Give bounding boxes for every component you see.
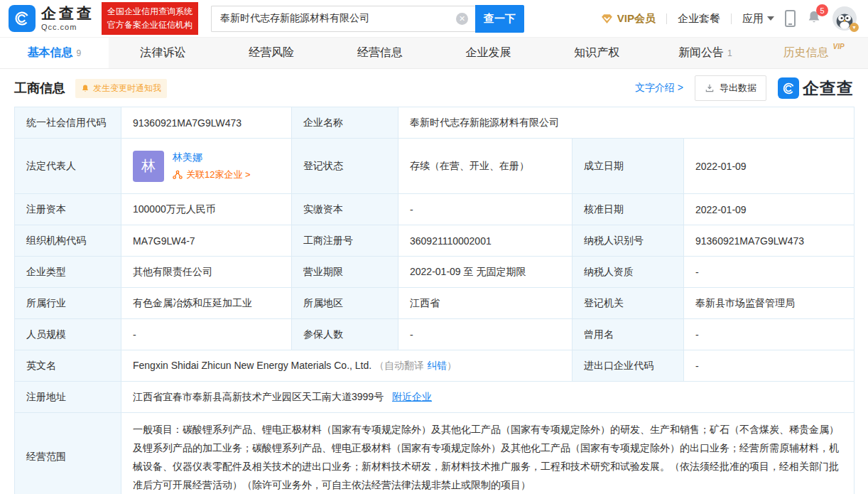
- field-value: 奉新县市场监督管理局: [684, 288, 855, 319]
- qcc-logo[interactable]: 企查查 Qcc.com: [9, 5, 94, 32]
- clear-search-icon[interactable]: ✕: [456, 13, 468, 25]
- header-divider: [666, 14, 667, 24]
- field-label: 所属行业: [15, 288, 121, 319]
- tab-label: 新闻公告: [678, 45, 724, 60]
- qcc-watermark: 企查查: [778, 77, 854, 100]
- tab-basic-info[interactable]: 基本信息 9: [0, 38, 109, 68]
- notification-count-badge: 5: [816, 4, 828, 16]
- vip-member-link[interactable]: VIP会员: [601, 12, 656, 26]
- field-label: 纳税人资质: [573, 257, 684, 288]
- field-label: 曾用名: [573, 319, 684, 350]
- related-companies-label: 关联12家企业 >: [186, 168, 251, 181]
- business-info-section-header: 工商信息 发生变更时通知我 文字介绍 > 导出数据 企查查: [0, 69, 868, 107]
- field-label: 英文名: [15, 350, 121, 382]
- field-label: 企业类型: [15, 257, 121, 288]
- field-label: 进出口企业代码: [573, 350, 684, 382]
- search-button[interactable]: 查一下: [475, 5, 524, 33]
- bell-icon: [81, 84, 89, 93]
- search-input[interactable]: [211, 6, 475, 32]
- tab-count: 1: [727, 48, 732, 58]
- field-value: 江西省: [398, 288, 573, 319]
- tab-history-info[interactable]: 历史信息 VIP: [759, 38, 868, 68]
- field-value: MA7G9LW4-7: [121, 225, 292, 257]
- header-divider: [731, 14, 732, 24]
- table-row: 注册地址 江西省宜春市奉新县高新技术产业园区天工南大道3999号 附近企业: [15, 382, 855, 413]
- enterprise-package-link[interactable]: 企业套餐: [678, 12, 720, 26]
- field-label: 注册地址: [15, 382, 121, 413]
- field-value: 存续（在营、开业、在册）: [398, 139, 573, 194]
- tab-label: 经营信息: [357, 45, 403, 60]
- user-avatar[interactable]: ▾: [832, 6, 857, 31]
- field-label: 法定代表人: [15, 139, 121, 194]
- related-companies-link[interactable]: 关联12家企业 >: [173, 168, 251, 181]
- table-row: 企业类型 其他有限责任公司 营业期限 2022-01-09 至 无固定期限 纳税…: [15, 257, 855, 288]
- vip-member-label: VIP会员: [617, 12, 656, 26]
- tab-intellectual-property[interactable]: 知识产权: [543, 38, 651, 68]
- tab-legal-litigation[interactable]: 法律诉讼: [109, 38, 217, 68]
- text-intro-link[interactable]: 文字介绍 >: [635, 82, 683, 95]
- legal-rep-avatar[interactable]: 林: [133, 151, 164, 182]
- note-paren: （: [374, 360, 384, 371]
- field-label: 统一社会信用代码: [15, 107, 121, 139]
- gov-certification-badge: 全国企业信用查询系统 官方备案企业征信机构: [102, 2, 198, 34]
- field-label: 人员规模: [15, 319, 121, 350]
- tab-label: 法律诉讼: [140, 45, 185, 60]
- mobile-app-icon[interactable]: [785, 10, 796, 27]
- address-value: 江西省宜春市奉新县高新技术产业园区天工南大道3999号: [133, 391, 384, 402]
- apps-menu[interactable]: 应用: [742, 12, 774, 26]
- tab-label: 基本信息: [28, 45, 73, 60]
- notify-on-change-badge[interactable]: 发生变更时通知我: [75, 79, 167, 98]
- business-registration-table: 统一社会信用代码 91360921MA7G9LW473 企业名称 奉新时代志存新…: [14, 107, 855, 494]
- primary-tab-bar: 基本信息 9 法律诉讼 经营风险 经营信息 企业发展 知识产权 新闻公告 1 历…: [0, 37, 868, 69]
- field-label: 参保人数: [292, 319, 398, 350]
- field-label: 核准日期: [573, 194, 684, 225]
- field-value: 江西省宜春市奉新县高新技术产业园区天工南大道3999号 附近企业: [121, 382, 855, 413]
- table-row: 人员规模 - 参保人数 - 曾用名 -: [15, 319, 855, 350]
- tab-business-risk[interactable]: 经营风险: [217, 38, 326, 68]
- logo-name: 企查查: [41, 6, 94, 21]
- avatar-vip-badge: ▾: [850, 23, 859, 32]
- enterprise-package-label: 企业套餐: [678, 12, 720, 26]
- field-value: -: [398, 194, 573, 225]
- tab-label: 企业发展: [465, 45, 511, 60]
- auto-translate-note: 自动翻译: [384, 360, 427, 371]
- field-value: -: [684, 350, 855, 382]
- qcc-logo-icon: [778, 77, 799, 99]
- field-value: 有色金属冶炼和压延加工业: [121, 288, 292, 319]
- field-value: 2022-01-09: [684, 139, 855, 194]
- notifications-bell[interactable]: 5: [806, 9, 822, 28]
- field-value: 奉新时代志存新能源材料有限公司: [398, 107, 855, 139]
- apps-label: 应用: [742, 12, 764, 26]
- tab-business-info[interactable]: 经营信息: [325, 38, 434, 68]
- business-scope-value: 一般项目：碳酸锂系列产品、锂电正极材料（国家有专项规定除外）及其他化工产品（国家…: [121, 413, 855, 494]
- field-value: 360921110002001: [398, 225, 573, 257]
- table-row: 经营范围 一般项目：碳酸锂系列产品、锂电正极材料（国家有专项规定除外）及其他化工…: [15, 413, 855, 494]
- gov-badge-line1: 全国企业信用查询系统: [107, 5, 192, 18]
- field-label: 实缴资本: [292, 194, 398, 225]
- field-label: 营业期限: [292, 257, 398, 288]
- field-value: -: [684, 319, 855, 350]
- note-paren: ）: [447, 360, 457, 371]
- tab-label: 历史信息: [783, 45, 829, 60]
- field-value: 91360921MA7G9LW473: [121, 107, 292, 139]
- table-row: 所属行业 有色金属冶炼和压延加工业 所属地区 江西省 登记机关 奉新县市场监督管…: [15, 288, 855, 319]
- tab-label: 经营风险: [249, 45, 294, 60]
- export-data-button[interactable]: 导出数据: [695, 75, 766, 101]
- field-value: 91360921MA7G9LW473: [684, 225, 855, 257]
- nearby-companies-link[interactable]: 附近企业: [392, 391, 432, 402]
- network-icon: [173, 170, 183, 180]
- field-label: 企业名称: [292, 107, 398, 139]
- section-title: 工商信息: [14, 80, 65, 97]
- field-value: -: [684, 257, 855, 288]
- tab-news[interactable]: 新闻公告 1: [651, 38, 760, 68]
- gov-badge-line2: 官方备案企业征信机构: [107, 18, 192, 32]
- field-label: 纳税人识别号: [573, 225, 684, 257]
- field-value: -: [398, 319, 573, 350]
- tab-company-development[interactable]: 企业发展: [434, 38, 543, 68]
- field-value: Fengxin Shidai Zhicun New Energy Materia…: [121, 350, 573, 382]
- download-icon: [705, 83, 715, 93]
- correction-link[interactable]: 纠错: [427, 360, 447, 371]
- legal-rep-name-link[interactable]: 林美娜: [173, 151, 251, 164]
- field-value: -: [121, 319, 292, 350]
- vip-diamond-icon: [601, 14, 613, 24]
